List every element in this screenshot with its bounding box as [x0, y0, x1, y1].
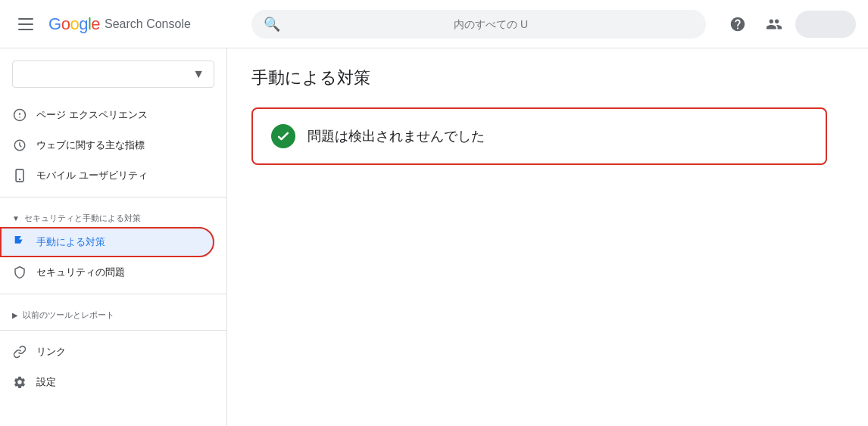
mobile-icon [12, 168, 27, 183]
status-card: 問題は検出されませんでした [251, 107, 827, 165]
header-right [723, 9, 856, 39]
header: Google Search Console 🔍 [0, 0, 868, 48]
nav-section-2: ▼ セキュリティと手動による対策 手動による対策 セキュリティの問題 [0, 204, 226, 288]
divider-1 [0, 197, 226, 197]
chevron-down-icon: ▼ [192, 67, 205, 81]
help-button[interactable] [723, 9, 753, 39]
collapse-icon: ▼ [12, 214, 20, 222]
nav-section-3: ▶ 以前のツールとレポート [0, 300, 226, 324]
menu-icon[interactable] [12, 12, 39, 36]
section-header-label: セキュリティと手動による対策 [24, 213, 141, 224]
nav-section-1: ページ エクスペリエンス ウェブに関する主な指標 モバイル ユーザビリティ [0, 100, 226, 191]
expand-icon: ▶ [12, 311, 18, 319]
security-icon [12, 265, 27, 280]
flag-icon [12, 235, 27, 250]
section-header-legacy[interactable]: ▶ 以前のツールとレポート [0, 300, 226, 324]
sidebar-item-label: リンク [36, 345, 66, 359]
links-icon [12, 344, 27, 359]
main-content: 手動による対策 問題は検出されませんでした [227, 48, 868, 426]
page-title: 手動による対策 [251, 67, 844, 89]
sidebar-item-links[interactable]: リンク [0, 337, 214, 367]
settings-icon [12, 375, 27, 390]
sidebar-item-manual-actions[interactable]: 手動による対策 [0, 227, 214, 257]
sidebar-item-settings[interactable]: 設定 [0, 367, 214, 397]
divider-2 [0, 294, 226, 294]
sidebar: ▼ ページ エクスペリエンス ウェブに関する主な指標 モバイル [0, 48, 227, 426]
section-header-security[interactable]: ▼ セキュリティと手動による対策 [0, 204, 226, 227]
sidebar-item-label: 設定 [36, 375, 56, 389]
sidebar-item-label: セキュリティの問題 [36, 266, 125, 279]
property-selector: ▼ [12, 61, 214, 88]
layout: ▼ ページ エクスペリエンス ウェブに関する主な指標 モバイル [0, 48, 868, 426]
nav-section-4: リンク 設定 [0, 337, 226, 397]
divider-3 [0, 330, 226, 331]
sidebar-item-label: ページ エクスペリエンス [36, 108, 148, 122]
account-button[interactable] [759, 9, 789, 39]
search-bar[interactable]: 🔍 [251, 10, 706, 39]
sidebar-item-label: 手動による対策 [36, 235, 105, 249]
logo-area: Google Search Console [48, 14, 191, 34]
header-left: Google Search Console [12, 12, 239, 36]
sidebar-item-page-experience[interactable]: ページ エクスペリエンス [0, 100, 214, 130]
search-input[interactable] [288, 18, 694, 30]
user-avatar[interactable] [795, 11, 856, 38]
property-dropdown[interactable]: ▼ [12, 61, 214, 88]
check-icon [271, 124, 295, 148]
status-text: 問題は検出されませんでした [308, 127, 485, 145]
web-vitals-icon [12, 138, 27, 153]
app-title: Search Console [105, 17, 191, 31]
svg-point-2 [19, 117, 20, 118]
sidebar-item-security-issues[interactable]: セキュリティの問題 [0, 257, 214, 288]
section-header-label: 以前のツールとレポート [23, 309, 114, 321]
sidebar-item-mobile-usability[interactable]: モバイル ユーザビリティ [0, 160, 214, 191]
page-experience-icon [12, 107, 27, 123]
search-icon: 🔍 [264, 16, 280, 33]
nav-item-manual-actions-wrapper: 手動による対策 [0, 227, 226, 257]
google-logo: Google [48, 14, 100, 34]
sidebar-item-web-vitals[interactable]: ウェブに関する主な指標 [0, 130, 214, 160]
sidebar-item-label: モバイル ユーザビリティ [36, 169, 148, 182]
sidebar-item-label: ウェブに関する主な指標 [36, 138, 145, 152]
